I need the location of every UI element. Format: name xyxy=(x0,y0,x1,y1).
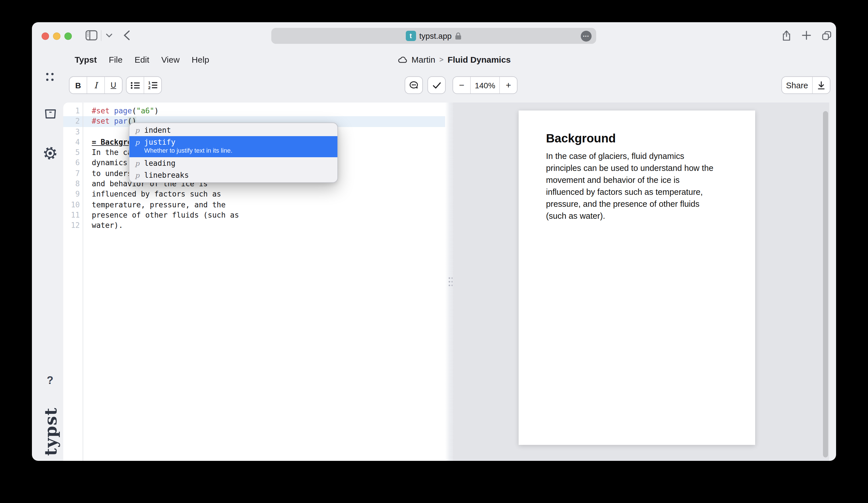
browser-share-button[interactable] xyxy=(781,22,792,49)
breadcrumb-document-title[interactable]: Fluid Dynamics xyxy=(448,55,511,64)
menu-help[interactable]: Help xyxy=(192,55,209,64)
breadcrumb[interactable]: Martin > Fluid Dynamics xyxy=(398,50,511,69)
zoom-group: − 140% + xyxy=(453,76,517,94)
tab-overview-button[interactable] xyxy=(821,22,832,49)
app-menubar: TypstFileEditViewHelp xyxy=(32,50,209,69)
settings-button[interactable] xyxy=(43,146,57,160)
zoom-in-button[interactable]: + xyxy=(499,77,517,93)
autocomplete-label: indent xyxy=(144,126,171,134)
check-group xyxy=(427,76,446,94)
browser-window: t typst.app ••• xyxy=(32,22,836,461)
cloud-icon xyxy=(398,56,407,63)
line-number: 8 xyxy=(63,179,83,189)
list-group: 1 2 xyxy=(126,76,162,94)
preview-paragraph: In the case of glaciers, fluid dynamicsp… xyxy=(546,150,737,222)
plus-icon xyxy=(802,31,811,40)
code-text: #set par() xyxy=(83,116,136,127)
download-icon xyxy=(817,81,825,90)
code-line-9[interactable]: 9influenced by factors such as xyxy=(63,189,445,200)
minimize-window-button[interactable] xyxy=(53,32,60,40)
titlebar-divider xyxy=(101,30,102,41)
autocomplete-popup: pindentpjustifyWhether to justify text i… xyxy=(129,123,338,183)
address-bar[interactable]: t typst.app ••• xyxy=(271,28,596,44)
line-number: 4 xyxy=(63,137,83,148)
code-text: influenced by factors such as xyxy=(83,189,221,200)
line-number: 5 xyxy=(63,148,83,158)
app-grid-button[interactable] xyxy=(46,73,54,81)
line-number: 6 xyxy=(63,158,83,169)
line-number: 1 xyxy=(63,106,83,116)
autocomplete-item-justify[interactable]: pjustifyWhether to justify text in its l… xyxy=(130,136,338,157)
menu-edit[interactable]: Edit xyxy=(134,55,149,64)
line-number: 12 xyxy=(63,221,83,231)
code-line-10[interactable]: 10temperature, pressure, and the xyxy=(63,200,445,210)
preview-paragraph-line: In the case of glaciers, fluid dynamics xyxy=(546,150,737,163)
close-window-button[interactable] xyxy=(42,32,49,40)
bullet-list-button[interactable] xyxy=(126,77,144,93)
autocomplete-item-leading[interactable]: pleading xyxy=(130,157,338,169)
grid-dot xyxy=(46,73,49,75)
code-line-1[interactable]: 1#set page("a6") xyxy=(63,106,445,116)
line-number: 11 xyxy=(63,210,83,221)
sidebar-icon xyxy=(85,30,97,40)
titlebar: t typst.app ••• xyxy=(32,22,836,49)
numbered-list-icon: 1 2 xyxy=(148,81,158,90)
bold-button[interactable]: B xyxy=(70,77,87,93)
line-number: 10 xyxy=(63,200,83,210)
code-text xyxy=(83,127,92,137)
box-icon xyxy=(44,109,56,119)
breadcrumb-separator: > xyxy=(439,55,443,64)
autocomplete-item-linebreaks[interactable]: plinebreaks xyxy=(130,169,338,181)
files-button[interactable] xyxy=(44,109,56,119)
chevron-down-icon xyxy=(106,33,112,37)
screen: t typst.app ••• xyxy=(0,0,868,503)
code-line-11[interactable]: 11presence of other fluids (such as xyxy=(63,210,445,221)
comment-group xyxy=(405,76,423,94)
help-button[interactable]: ? xyxy=(47,374,53,387)
param-icon: p xyxy=(135,171,140,179)
gutter-separator xyxy=(83,103,83,461)
compile-status-button[interactable] xyxy=(428,77,445,93)
grid-dot xyxy=(51,78,54,81)
line-number: 7 xyxy=(63,169,83,179)
new-tab-button[interactable] xyxy=(801,22,812,49)
toggle-sidebar-button[interactable] xyxy=(84,22,98,49)
preview-scrollbar[interactable] xyxy=(823,111,828,458)
divider-grip-icon[interactable] xyxy=(448,276,452,286)
italic-button[interactable]: I xyxy=(87,77,104,93)
menu-typst[interactable]: Typst xyxy=(75,55,97,64)
underline-button[interactable]: U xyxy=(104,77,122,93)
share-button[interactable]: Share xyxy=(782,77,812,93)
preview-pane[interactable]: Background In the case of glaciers, flui… xyxy=(453,103,829,461)
breadcrumb-workspace[interactable]: Martin xyxy=(412,55,435,64)
checkmark-icon xyxy=(432,82,441,88)
autocomplete-label: leading xyxy=(144,159,176,167)
underline-label: U xyxy=(111,81,116,90)
export-button[interactable] xyxy=(812,77,830,93)
preview-heading: Background xyxy=(546,132,616,145)
zoom-out-button[interactable]: − xyxy=(453,77,470,93)
param-icon: p xyxy=(135,138,140,146)
numbered-list-button[interactable]: 1 2 xyxy=(144,77,161,93)
chevron-left-icon xyxy=(123,30,130,40)
page-settings-button[interactable]: ••• xyxy=(581,31,592,41)
zoom-window-button[interactable] xyxy=(64,32,72,40)
url-text: typst.app xyxy=(419,31,452,40)
line-number: 3 xyxy=(63,127,83,137)
back-button[interactable] xyxy=(121,22,132,49)
sidebar-menu-chevron[interactable] xyxy=(104,22,113,49)
site-favicon: t xyxy=(405,31,416,41)
menu-view[interactable]: View xyxy=(161,55,180,64)
text-style-group: B I U xyxy=(69,76,123,94)
menu-file[interactable]: File xyxy=(109,55,123,64)
window-controls xyxy=(42,32,72,40)
code-text: #set page("a6") xyxy=(83,106,159,116)
preview-page: Background In the case of glaciers, flui… xyxy=(519,111,755,445)
comment-button[interactable] xyxy=(405,77,422,93)
autocomplete-item-indent[interactable]: pindent xyxy=(130,124,338,136)
param-icon: p xyxy=(135,126,140,134)
zoom-level[interactable]: 140% xyxy=(470,77,499,93)
italic-label: I xyxy=(94,80,97,90)
code-text: water). xyxy=(83,221,123,231)
code-line-12[interactable]: 12water). xyxy=(63,221,445,231)
